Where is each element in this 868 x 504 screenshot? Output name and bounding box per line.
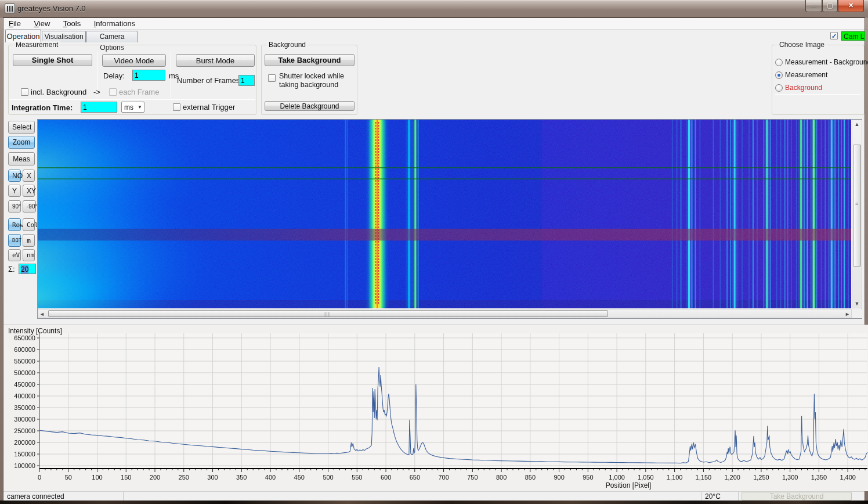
svg-text:650000: 650000 xyxy=(14,334,35,341)
menu-tools[interactable]: Tools xyxy=(58,18,86,30)
video-mode-button[interactable]: Video Mode xyxy=(102,54,166,67)
tool-m-button[interactable]: m xyxy=(23,234,35,247)
svg-text:400: 400 xyxy=(265,474,276,481)
external-trigger-checkbox[interactable] xyxy=(173,103,180,111)
tool-y-button[interactable]: Y xyxy=(8,185,21,197)
svg-text:650: 650 xyxy=(410,474,420,481)
svg-text:550000: 550000 xyxy=(14,358,35,365)
tool-zoom-button[interactable]: Zoom xyxy=(8,136,35,149)
svg-text:400000: 400000 xyxy=(14,393,35,399)
close-button[interactable]: ✕ xyxy=(838,0,864,12)
temperature-status: 20°C xyxy=(701,492,739,501)
menu-view[interactable]: View xyxy=(28,18,55,30)
integration-unit-value: ms xyxy=(124,103,133,111)
delay-input[interactable]: 1 xyxy=(132,70,165,81)
menu-bar: File View Tools Informations xyxy=(3,18,865,30)
maximize-button[interactable]: ▢ xyxy=(822,0,838,12)
shutter-locked-label: Shutter locked while taking background xyxy=(279,72,344,89)
radio-measurement-label: Measurement xyxy=(785,71,827,79)
background-group-label: Background xyxy=(266,41,308,49)
scroll-up-icon[interactable]: ▲ xyxy=(852,121,862,127)
menu-informations[interactable]: Informations xyxy=(89,18,141,30)
tool-no-button[interactable]: NO xyxy=(8,170,21,182)
chevron-down-icon: ▼ xyxy=(138,105,142,110)
svg-text:350000: 350000 xyxy=(14,404,35,411)
svg-text:200000: 200000 xyxy=(14,439,35,446)
image-vertical-scrollbar[interactable]: ▲ ≡ ▼ xyxy=(852,120,862,308)
svg-text:1,250: 1,250 xyxy=(753,474,769,481)
cam-link-badge: Cam L xyxy=(841,31,865,41)
single-shot-button[interactable]: Single Shot xyxy=(13,54,92,66)
tool-col-button[interactable]: Col xyxy=(23,218,35,231)
minimize-button[interactable]: — xyxy=(805,0,822,12)
client-area: File View Tools Informations Operation V… xyxy=(3,17,865,501)
integration-unit-select[interactable]: ms ▼ xyxy=(121,102,144,113)
tool-ev-button[interactable]: eV xyxy=(8,249,21,261)
svg-text:0: 0 xyxy=(38,474,41,481)
each-frame-checkbox[interactable] xyxy=(109,88,117,96)
cam-link-checkbox[interactable]: ✓ xyxy=(830,32,838,39)
integration-time-label: Integration Time: xyxy=(12,103,73,112)
svg-text:50: 50 xyxy=(65,474,72,481)
svg-text:250000: 250000 xyxy=(14,427,35,434)
menu-file[interactable]: File xyxy=(3,18,26,30)
svg-text:450: 450 xyxy=(294,474,305,481)
svg-text:1,150: 1,150 xyxy=(696,474,712,481)
incl-background-checkbox[interactable] xyxy=(21,88,28,96)
take-background-progress: Take Background xyxy=(742,492,852,501)
delete-background-button[interactable]: Delete Background xyxy=(265,101,355,111)
scroll-down-icon[interactable]: ▼ xyxy=(852,301,862,307)
sigma-input[interactable]: 20 xyxy=(19,264,36,274)
each-frame-label: each Frame xyxy=(119,88,159,96)
incl-background-label: incl. Background xyxy=(31,88,86,96)
vertical-scroll-thumb[interactable]: ≡ xyxy=(853,145,861,267)
svg-text:Position [Pixel]: Position [Pixel] xyxy=(606,481,652,489)
tool-row-button[interactable]: Row xyxy=(8,218,21,231)
svg-text:1,400: 1,400 xyxy=(840,474,856,481)
svg-text:300: 300 xyxy=(207,474,218,481)
image-horizontal-scrollbar[interactable]: ◄ ||| ► xyxy=(38,309,852,318)
svg-text:1,300: 1,300 xyxy=(782,474,798,481)
svg-text:100000: 100000 xyxy=(14,462,35,469)
shutter-locked-checkbox[interactable] xyxy=(268,74,276,82)
tool-rotate-cw-button[interactable]: 90° xyxy=(8,200,21,213)
tool-xy-button[interactable]: XY xyxy=(23,185,35,197)
window-title: greateyes Vision 7.0 xyxy=(17,4,86,13)
svg-text:1,100: 1,100 xyxy=(667,474,683,481)
choose-image-group-label: Choose Image xyxy=(777,41,827,49)
burst-mode-button[interactable]: Burst Mode xyxy=(176,54,255,67)
svg-text:550: 550 xyxy=(352,474,362,481)
integration-time-input[interactable]: 1 xyxy=(81,102,117,113)
radio-measurement[interactable] xyxy=(775,71,783,79)
frames-input[interactable]: 1 xyxy=(238,75,255,86)
svg-text:500: 500 xyxy=(323,474,333,481)
status-bar: camera connected 20°C Take Background xyxy=(3,491,865,501)
status-spacer xyxy=(124,492,701,501)
svg-text:300000: 300000 xyxy=(14,416,35,423)
intensity-chart[interactable]: 6500006000005500005000004500004000003500… xyxy=(3,325,868,491)
svg-text:200: 200 xyxy=(150,474,160,481)
tab-camera-options[interactable]: Camera Options xyxy=(86,31,138,42)
frames-label: Number of Frames: xyxy=(177,76,242,85)
spectral-image[interactable] xyxy=(38,120,851,308)
title-bar[interactable]: greateyes Vision 7.0 — ▢ ✕ xyxy=(0,0,868,17)
horizontal-scroll-thumb[interactable]: ||| xyxy=(48,310,608,317)
tool-x-button[interactable]: X xyxy=(23,170,35,182)
window-bottom-border xyxy=(0,501,868,504)
tab-strip: Operation Visualisation Camera Options xyxy=(3,30,865,42)
tab-operation[interactable]: Operation xyxy=(5,30,41,42)
svg-text:700: 700 xyxy=(438,474,449,481)
tool-nm-button[interactable]: nm xyxy=(23,249,35,261)
tool-rotate-ccw-button[interactable]: -90° xyxy=(23,200,36,213)
tool-select-button[interactable]: Select xyxy=(8,121,35,134)
svg-text:750: 750 xyxy=(467,474,478,481)
radio-measurement-background[interactable] xyxy=(775,59,783,66)
tool-dot-button[interactable]: DOT xyxy=(8,234,21,247)
scroll-right-icon[interactable]: ► xyxy=(845,311,850,317)
tool-meas-button[interactable]: Meas xyxy=(8,152,35,165)
scrollbar-corner xyxy=(852,309,862,318)
scroll-left-icon[interactable]: ◄ xyxy=(39,311,45,317)
radio-background[interactable] xyxy=(775,84,783,92)
svg-text:900: 900 xyxy=(554,474,564,481)
take-background-button[interactable]: Take Background xyxy=(265,54,355,66)
